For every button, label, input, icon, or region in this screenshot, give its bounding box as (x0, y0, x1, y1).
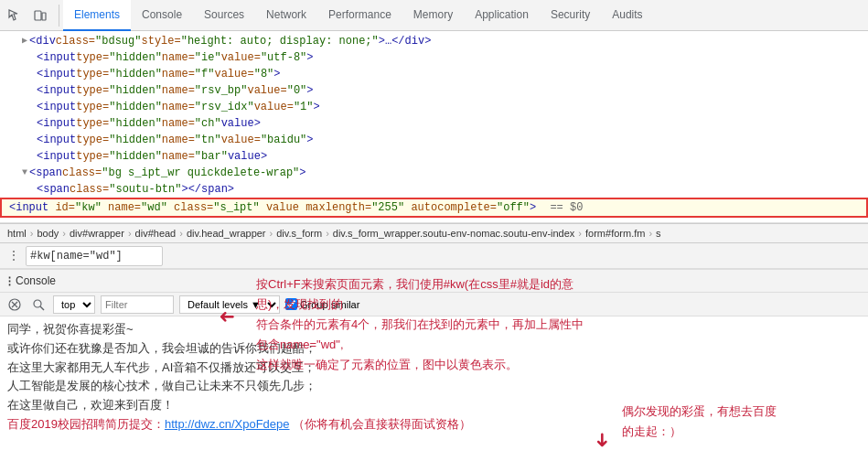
breadcrumb-head[interactable]: div#head (135, 228, 177, 239)
tab-audits[interactable]: Audits (601, 0, 653, 31)
console-message-2: 或许你们还在犹豫是否加入，我会坦诚的告诉你我们超酷； (7, 339, 861, 359)
code-line: <input type="hidden" name="rsv_idx" valu… (0, 99, 868, 115)
group-similar-label[interactable]: Group similar (285, 298, 359, 310)
breadcrumb-s[interactable]: s (656, 228, 661, 239)
svg-rect-0 (35, 11, 41, 20)
filter-input-wrap (26, 246, 163, 266)
tab-performance[interactable]: Performance (317, 0, 402, 31)
group-similar-checkbox[interactable] (285, 298, 297, 310)
breadcrumb-wrapper[interactable]: div#wrapper (70, 228, 124, 239)
breadcrumb-form[interactable]: form#form.fm (585, 228, 645, 239)
code-line: <input type="hidden" name="tn" value="ba… (0, 132, 868, 148)
annotation-arrow-1: ➜ (220, 301, 235, 332)
console-toggle-icon[interactable]: ⁝ (7, 273, 12, 290)
code-line: <input type="hidden" name="bar" value> (0, 148, 868, 165)
filter-console-icon[interactable] (29, 297, 48, 312)
code-line: <input type="hidden" name="ch" value> (0, 115, 868, 132)
console-toolbar: top Default levels ▼ Group similar (0, 293, 868, 316)
code-line: <input type="hidden" name="f" value="8"> (0, 66, 868, 82)
console-message-4: 人工智能是发展的核心技术，做自己让未来不只领先几步； (7, 377, 861, 396)
tab-application[interactable]: Application (464, 0, 540, 31)
console-header: ⁝ Console (0, 269, 868, 293)
code-line: ▶ <div class="bdsug" style="height: auto… (0, 33, 868, 49)
devtools-toolbar: Elements Console Sources Network Perform… (0, 0, 868, 31)
console-message-3: 在这里大家都用无人车代步，AI音箱不仅播放还可以交互； (7, 359, 861, 378)
console-message-6: 百度2019校园招聘简历提交：http://dwz.cn/XpoFdepe （你… (7, 415, 861, 434)
code-line: <span class="soutu-btn"></span> (0, 181, 868, 198)
element-filter-input[interactable] (30, 250, 158, 263)
breadcrumb-bar: html › body › div#wrapper › div#head › d… (0, 223, 868, 243)
code-line: <input type="hidden" name="rsv_bp" value… (0, 82, 868, 99)
clear-console-icon[interactable] (5, 297, 24, 312)
tab-memory[interactable]: Memory (402, 0, 464, 31)
code-line: ▼ <span class="bg s_ipt_wr quickdelete-w… (0, 165, 868, 181)
inspect-icon[interactable] (4, 5, 26, 27)
tab-network[interactable]: Network (255, 0, 317, 31)
tab-elements[interactable]: Elements (63, 0, 131, 31)
device-toggle-icon[interactable] (29, 5, 51, 27)
tab-sources[interactable]: Sources (193, 0, 255, 31)
tabs-bar: Elements Console Sources Network Perform… (63, 0, 654, 31)
tab-console[interactable]: Console (131, 0, 193, 31)
svg-rect-1 (42, 13, 46, 20)
console-message-1: 同学，祝贺你喜提彩蛋~ (7, 320, 861, 339)
filter-bar: ⋮ (0, 243, 868, 269)
tab-security[interactable]: Security (540, 0, 601, 31)
console-messages: 同学，祝贺你喜提彩蛋~ 或许你们还在犹豫是否加入，我会坦诚的告诉你我们超酷； 在… (0, 316, 868, 438)
more-tools-icon[interactable]: ⋮ (7, 248, 20, 263)
breadcrumb-headwrapper[interactable]: div.head_wrapper (187, 228, 266, 239)
toolbar-icons (4, 5, 59, 27)
breadcrumb-body[interactable]: body (37, 228, 59, 239)
selected-element-line[interactable]: <input id="kw" name="wd" class="s_ipt" v… (0, 198, 868, 218)
breadcrumb-sform[interactable]: div.s_form (276, 228, 322, 239)
code-line: <input type="hidden" name="ie" value="ut… (0, 49, 868, 66)
main-content: ⁝ Console top Default levels ▼ Group sim… (0, 269, 868, 438)
annotation-arrow-2: ➜ (586, 433, 617, 448)
breadcrumb-html[interactable]: html (7, 228, 27, 239)
console-title: Console (16, 274, 56, 287)
console-filter-input[interactable] (101, 295, 174, 314)
console-message-5: 在这里做自己，欢迎来到百度！ (7, 396, 861, 415)
context-select[interactable]: top (53, 295, 95, 314)
code-panel: ▶ <div class="bdsug" style="height: auto… (0, 31, 868, 223)
svg-point-3 (34, 300, 41, 307)
breadcrumb-sformwrapper[interactable]: div.s_form_wrapper.soutu-env-nomac.soutu… (333, 228, 575, 239)
baidu-link[interactable]: http://dwz.cn/XpoFdepe (165, 417, 290, 431)
